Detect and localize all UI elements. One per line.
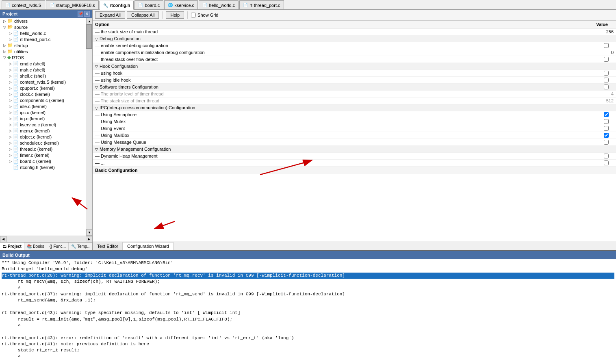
tree-item-clock[interactable]: ▷ 📄 clock.c (kernel) xyxy=(0,91,86,97)
sidebar-tree[interactable]: ▷ 📁 drivers ▽ 📂 source ▷ 📄 hell xyxy=(0,18,86,236)
help-button[interactable]: Help xyxy=(166,11,184,19)
checkbox-dynamic-heap[interactable] xyxy=(604,154,609,158)
tree-item-irq[interactable]: ▷ 📄 irq.c (kernel) xyxy=(0,115,86,121)
tree-item-thread[interactable]: ▷ 📄 thread.c (kernel) xyxy=(0,146,86,152)
tab-icon-hello: 📄 xyxy=(202,3,207,7)
section-expand-debug[interactable]: ▽ xyxy=(95,37,98,41)
checkbox-stack-overflow[interactable] xyxy=(604,57,609,62)
tree-item-context-rvds[interactable]: ▷ 📄 context_rvds.S (kernel) xyxy=(0,79,86,85)
editor-tab-config-wizard[interactable]: Configuration Wizard xyxy=(123,242,174,250)
section-hook: ▽Hook Configuration xyxy=(93,63,616,70)
tree-item-hello-world[interactable]: ▷ 📄 hello_world.c xyxy=(0,30,86,36)
expand-icon-kservice: ▷ xyxy=(7,123,13,127)
checkbox-semaphore[interactable] xyxy=(604,112,609,117)
temp-tab-icon: 🔧 xyxy=(71,244,76,249)
option-dynamic-heap: — Dynamic Heap Management xyxy=(93,153,531,160)
sidebar-tab-project[interactable]: 🗂 Project xyxy=(0,243,24,250)
sidebar-close-button[interactable]: ✕ xyxy=(84,11,90,17)
checkbox-using-hook[interactable] xyxy=(604,71,609,76)
tree-item-ipc[interactable]: ▷ 📄 ipc.c (kernel) xyxy=(0,109,86,115)
tree-item-cpuport[interactable]: ▷ 📄 cpuport.c (kernel) xyxy=(0,85,86,91)
tree-item-idle[interactable]: ▷ 📄 idle.c (kernel) xyxy=(0,103,86,109)
checkbox-event[interactable] xyxy=(604,126,609,131)
tree-item-scheduler[interactable]: ▷ 📄 scheduler.c (kernel) xyxy=(0,140,86,146)
expand-icon-hello-world: ▷ xyxy=(7,31,13,35)
expand-icon-idle: ▷ xyxy=(7,104,13,108)
tab-board[interactable]: 📄 board.c xyxy=(134,0,163,9)
tree-item-cmd[interactable]: ▷ 📄 cmd.c (shell) xyxy=(0,61,86,67)
section-expand-ipc[interactable]: ▽ xyxy=(95,106,98,110)
build-output-content[interactable]: *** Using Compiler 'V6.9', folder: 'C:\K… xyxy=(0,259,616,364)
file-icon-rtconfig: 📄 xyxy=(13,165,19,170)
expand-icon-object: ▷ xyxy=(7,135,13,139)
sidebar-hscroll-right[interactable]: ▶ xyxy=(86,236,92,243)
section-memory: ▽Memory Management Configuration xyxy=(93,146,616,153)
section-expand-sw-timers[interactable]: ▽ xyxy=(95,85,98,89)
tab-startup-mk66[interactable]: 📄 startup_MK66F18.s xyxy=(46,0,99,9)
tree-item-startup[interactable]: ▷ 📁 startup xyxy=(0,42,86,48)
option-timer-stack: — The stack size of timer thread xyxy=(93,98,531,104)
value-main-stack: 256 xyxy=(531,28,616,35)
value-sw-timers xyxy=(531,84,616,91)
checkbox-extra[interactable] xyxy=(604,160,609,165)
file-icon-thread: 📄 xyxy=(13,146,19,152)
table-row: — thread stack over flow detect xyxy=(93,56,616,63)
tree-item-msh[interactable]: ▷ 📄 msh.c (shell) xyxy=(0,67,86,73)
table-row: — Using Mutex xyxy=(93,118,616,125)
value-message-queue xyxy=(531,139,616,146)
tab-rt-thread-port[interactable]: 📄 rt-thread_port.c xyxy=(239,0,284,9)
expand-icon-scheduler: ▷ xyxy=(7,141,13,145)
tree-item-rtconfig[interactable]: 📄 rtconfig.h (kernel) xyxy=(0,164,86,170)
checkbox-message-queue[interactable] xyxy=(604,140,609,145)
tree-item-components[interactable]: ▷ 📄 components.c (kernel) xyxy=(0,97,86,103)
editor-tabs: Text Editor Configuration Wizard xyxy=(93,241,616,250)
sidebar-scroll-down[interactable]: ▼ xyxy=(86,229,92,236)
tree-item-object[interactable]: ▷ 📄 object.c (kernel) xyxy=(0,134,86,140)
tree-item-rtos[interactable]: ▽ ◆ RTOS xyxy=(0,54,86,61)
build-line xyxy=(2,304,614,310)
tree-item-shell[interactable]: ▷ 📄 shell.c (shell) xyxy=(0,73,86,79)
sidebar-hscroll-left[interactable]: ◀ xyxy=(0,236,7,243)
section-expand-hook[interactable]: ▽ xyxy=(95,65,98,69)
value-using-idle-hook xyxy=(531,77,616,84)
table-row: — ... xyxy=(93,160,616,167)
checkbox-kernel-debug[interactable] xyxy=(604,43,609,48)
option-mutex: — Using Mutex xyxy=(93,118,531,125)
expand-all-button[interactable]: Expand All xyxy=(95,11,125,19)
sidebar-tab-func[interactable]: {} Func... xyxy=(47,243,69,250)
tab-rtconfig[interactable]: 🔧 rtconfig.h xyxy=(100,1,134,10)
value-timer-priority: 4 xyxy=(531,91,616,98)
table-row: ▽Memory Management Configuration xyxy=(93,146,616,153)
tree-item-rt-thread-port[interactable]: ▷ 📄 rt-thread_port.c xyxy=(0,36,86,42)
tree-item-source[interactable]: ▽ 📂 source xyxy=(0,24,86,30)
sidebar-pin-button[interactable]: 📌 xyxy=(78,11,83,17)
show-grid-checkbox[interactable] xyxy=(191,13,196,17)
table-row: ▽IPC(Inter-process communication) Config… xyxy=(93,104,616,111)
section-expand-memory[interactable]: ▽ xyxy=(95,147,98,152)
collapse-all-button[interactable]: Collapse All xyxy=(127,11,159,19)
expand-icon-cpuport: ▷ xyxy=(7,86,13,90)
tree-item-board[interactable]: ▷ 📄 board.c (kernel) xyxy=(0,158,86,164)
tree-item-kservice[interactable]: ▷ 📄 kservice.c (kernel) xyxy=(0,121,86,128)
build-output: Build Output *** Using Compiler 'V6.9', … xyxy=(0,250,616,364)
tab-context-rvds[interactable]: 📄 context_rvds.S xyxy=(2,0,45,9)
tree-item-drivers[interactable]: ▷ 📁 drivers xyxy=(0,18,86,24)
sidebar-tab-temp[interactable]: 🔧 Temp... xyxy=(69,243,93,250)
checkbox-using-idle-hook[interactable] xyxy=(604,78,609,82)
tab-kservice[interactable]: 🌐 kservice.c xyxy=(164,0,198,9)
table-row: — Using Event xyxy=(93,125,616,132)
tab-hello-world[interactable]: 📄 hello_world.c xyxy=(199,0,239,9)
checkbox-sw-timers[interactable] xyxy=(604,84,609,89)
editor-tab-text-editor[interactable]: Text Editor xyxy=(93,242,123,250)
table-row: — The priority level of timer thread 4 xyxy=(93,91,616,98)
sidebar-scroll-up[interactable]: ▲ xyxy=(86,18,92,24)
option-using-idle-hook: — using idle hook xyxy=(93,77,531,84)
checkbox-mutex[interactable] xyxy=(604,119,609,124)
folder-icon-drivers: 📁 xyxy=(7,18,13,24)
tree-item-timer[interactable]: ▷ 📄 timer.c (kernel) xyxy=(0,152,86,158)
tree-item-utilities[interactable]: ▷ 📁 utilities xyxy=(0,48,86,54)
toolbar-separator xyxy=(162,11,163,19)
tree-item-mem[interactable]: ▷ 📄 mem.c (kernel) xyxy=(0,128,86,134)
sidebar-tab-books[interactable]: 📚 Books xyxy=(24,243,47,250)
checkbox-mailbox[interactable] xyxy=(604,133,609,138)
